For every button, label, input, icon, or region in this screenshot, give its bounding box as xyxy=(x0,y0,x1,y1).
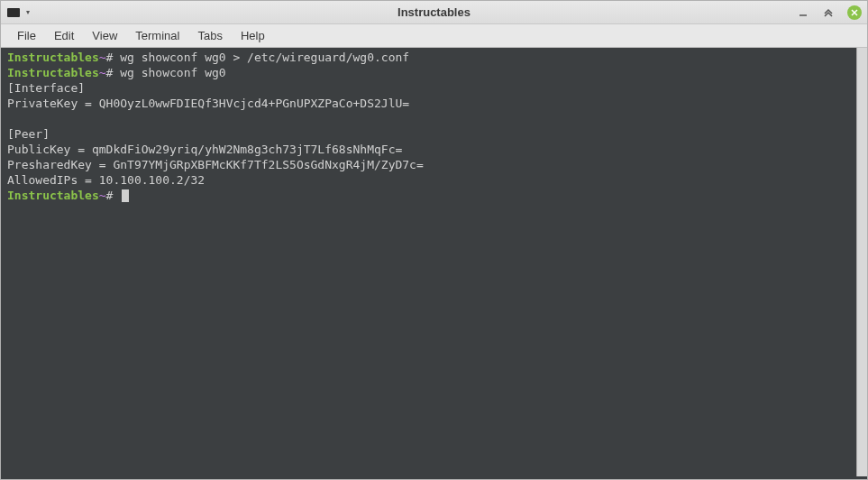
titlebar-left: ▾ xyxy=(6,6,78,19)
prompt-host: Instructables xyxy=(7,51,99,64)
prompt-host: Instructables xyxy=(7,189,99,202)
menubar: File Edit View Terminal Tabs Help xyxy=(1,24,867,48)
command-text: wg showconf wg0 xyxy=(120,66,225,79)
terminal-line: PublicKey = qmDkdFiOw29yriq/yhW2Nm8g3ch7… xyxy=(7,142,853,157)
prompt-host: Instructables xyxy=(7,66,99,79)
prompt-path: ~ xyxy=(99,189,106,202)
menu-file[interactable]: File xyxy=(8,25,45,46)
terminal-line: PresharedKey = GnT97YMjGRpXBFMcKKf7Tf2LS… xyxy=(7,157,853,172)
close-button[interactable] xyxy=(847,5,862,20)
terminal-output[interactable]: Instructables~# wg showconf wg0 > /etc/w… xyxy=(4,48,856,476)
titlebar: ▾ Instructables xyxy=(1,1,867,24)
menu-help[interactable]: Help xyxy=(232,25,274,46)
window-controls xyxy=(790,5,862,20)
terminal-window: ▾ Instructables File Edit View Terminal … xyxy=(0,0,868,480)
terminal-line: [Peer] xyxy=(7,126,853,142)
cursor xyxy=(122,189,129,202)
prompt-path: ~ xyxy=(99,51,106,64)
terminal-app-icon xyxy=(6,6,21,19)
minimize-button[interactable] xyxy=(797,6,809,19)
prompt-symbol: # xyxy=(106,189,121,202)
scrollbar[interactable] xyxy=(856,48,867,476)
command-text: wg showconf wg0 > /etc/wireguard/wg0.con… xyxy=(120,51,409,64)
menu-view[interactable]: View xyxy=(83,25,126,46)
terminal-line: PrivateKey = QH0OyzL0wwFDIEQf3HVcjcd4+PG… xyxy=(7,96,853,111)
maximize-button[interactable] xyxy=(822,6,835,19)
menu-tabs[interactable]: Tabs xyxy=(188,25,231,46)
terminal-line: Instructables~# wg showconf wg0 xyxy=(7,65,853,80)
prompt-symbol: # xyxy=(106,51,121,64)
terminal-line: Instructables~# xyxy=(7,188,853,203)
terminal-wrapper: Instructables~# wg showconf wg0 > /etc/w… xyxy=(1,48,867,479)
window-title: Instructables xyxy=(78,5,790,19)
chevron-down-icon[interactable]: ▾ xyxy=(26,8,30,16)
terminal-line xyxy=(7,111,853,126)
menu-terminal[interactable]: Terminal xyxy=(126,25,188,46)
prompt-path: ~ xyxy=(99,66,106,79)
terminal-line: Instructables~# wg showconf wg0 > /etc/w… xyxy=(7,50,853,65)
terminal-line: [Interface] xyxy=(7,80,853,96)
prompt-symbol: # xyxy=(106,66,121,79)
menu-edit[interactable]: Edit xyxy=(45,25,83,46)
terminal-line: AllowedIPs = 10.100.100.2/32 xyxy=(7,172,853,188)
